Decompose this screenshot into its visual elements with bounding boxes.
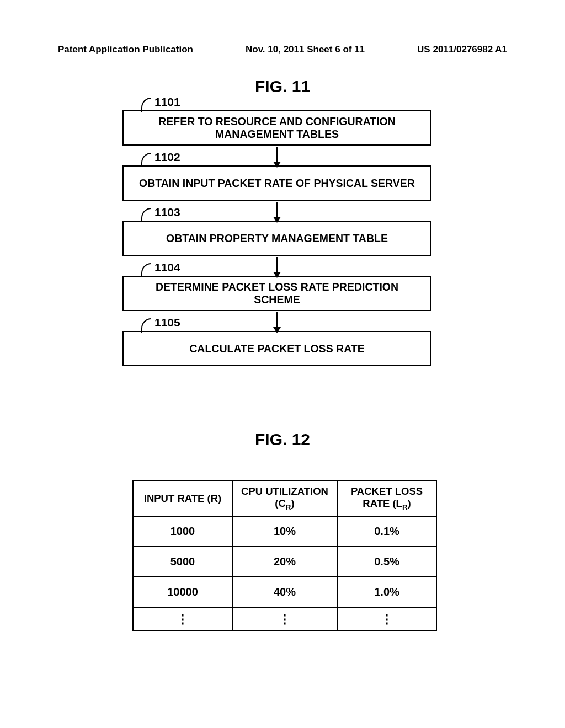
- step-ref-1101: 1101: [141, 95, 180, 111]
- step-ref-1104: 1104: [141, 260, 180, 277]
- cell-r: 1000: [133, 516, 232, 547]
- header-mid: Nov. 10, 2011 Sheet 6 of 11: [246, 44, 365, 55]
- figure-11-flowchart: 1101 REFER TO RESOURCE AND CONFIGURATION…: [122, 110, 443, 366]
- flow-step-1102: 1102 OBTAIN INPUT PACKET RATE OF PHYSICA…: [122, 165, 431, 201]
- flow-step-text: OBTAIN INPUT PACKET RATE OF PHYSICAL SER…: [139, 177, 415, 190]
- flow-step-1101: 1101 REFER TO RESOURCE AND CONFIGURATION…: [122, 110, 431, 146]
- col-l-sub: R: [402, 503, 408, 511]
- table-row: 1000 10% 0.1%: [133, 516, 436, 547]
- cell-l: 0.5%: [337, 547, 436, 577]
- leader-line-icon: [141, 153, 151, 167]
- leader-line-icon: [141, 263, 151, 277]
- flow-step-text: OBTAIN PROPERTY MANAGEMENT TABLE: [166, 232, 388, 245]
- step-ref-1103: 1103: [141, 205, 180, 222]
- col-packet-loss-rate: PACKET LOSS RATE (LR): [337, 480, 436, 516]
- leader-line-icon: [141, 318, 151, 333]
- table-row: 5000 20% 0.5%: [133, 547, 436, 577]
- ref-number: 1104: [154, 261, 180, 275]
- table-row-ellipsis: ⋮ ⋮ ⋮: [133, 607, 436, 631]
- cell-l: 1.0%: [337, 577, 436, 607]
- table-row: 10000 40% 1.0%: [133, 577, 436, 607]
- cell-c: 20%: [232, 547, 337, 577]
- ref-number: 1105: [154, 316, 180, 330]
- cell-c-ellipsis: ⋮: [232, 607, 337, 631]
- cell-r: 10000: [133, 577, 232, 607]
- flow-step-text: CALCULATE PACKET LOSS RATE: [189, 342, 364, 355]
- ref-number: 1103: [154, 206, 180, 220]
- cell-r-ellipsis: ⋮: [133, 607, 232, 631]
- leader-line-icon: [141, 208, 151, 222]
- col-l-post: ): [408, 497, 411, 509]
- cell-l-ellipsis: ⋮: [337, 607, 436, 631]
- flow-step-text: DETERMINE PACKET LOSS RATE PREDICTION SC…: [136, 281, 418, 306]
- cell-l: 0.1%: [337, 516, 436, 547]
- col-cpu-utilization: CPU UTILIZATION (CR): [232, 480, 337, 516]
- figure-12-table: INPUT RATE (R) CPU UTILIZATION (CR) PACK…: [132, 480, 437, 631]
- cell-r: 5000: [133, 547, 232, 577]
- leader-line-icon: [141, 98, 151, 112]
- page-header: Patent Application Publication Nov. 10, …: [58, 44, 507, 55]
- header-left: Patent Application Publication: [58, 44, 193, 55]
- flow-step-1105: 1105 CALCULATE PACKET LOSS RATE: [122, 331, 431, 366]
- col-l-pre: PACKET LOSS RATE (L: [351, 485, 423, 509]
- ref-number: 1101: [154, 95, 180, 109]
- figure-12-title: FIG. 12: [0, 430, 565, 449]
- flow-step-1104: 1104 DETERMINE PACKET LOSS RATE PREDICTI…: [122, 276, 431, 311]
- table-header-row: INPUT RATE (R) CPU UTILIZATION (CR) PACK…: [133, 480, 436, 516]
- header-right: US 2011/0276982 A1: [417, 44, 507, 55]
- flow-step-text: REFER TO RESOURCE AND CONFIGURATION MANA…: [136, 115, 418, 141]
- step-ref-1102: 1102: [141, 150, 180, 167]
- flow-step-1103: 1103 OBTAIN PROPERTY MANAGEMENT TABLE: [122, 221, 431, 256]
- figure-11-title: FIG. 11: [0, 77, 565, 96]
- col-c-post: ): [291, 497, 294, 509]
- ref-number: 1102: [154, 151, 180, 164]
- cell-c: 40%: [232, 577, 337, 607]
- col-input-rate: INPUT RATE (R): [133, 480, 232, 516]
- col-c-pre: CPU UTILIZATION (C: [241, 485, 328, 509]
- cell-c: 10%: [232, 516, 337, 547]
- step-ref-1105: 1105: [141, 315, 180, 332]
